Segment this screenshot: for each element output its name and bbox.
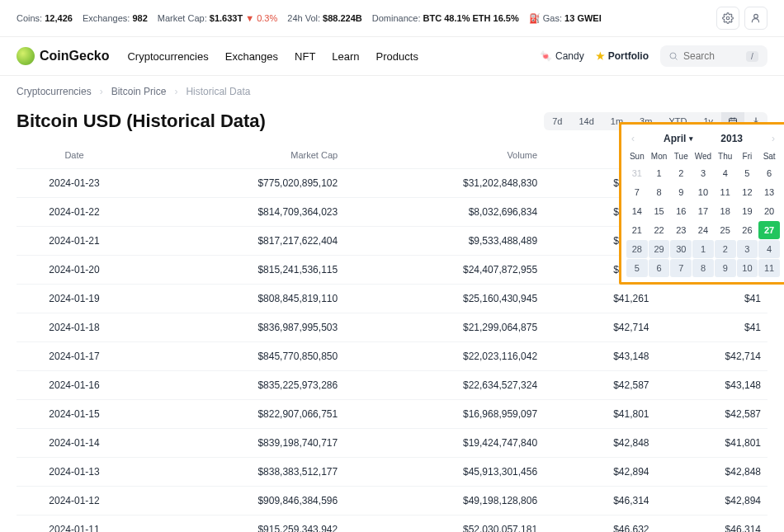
day-14[interactable]: 14 xyxy=(626,202,648,220)
nav-link-learn[interactable]: Learn xyxy=(332,50,359,63)
year-label[interactable]: 2013 xyxy=(720,133,743,144)
cell-vol: $21,299,064,875 xyxy=(344,313,544,342)
day-18[interactable]: 18 xyxy=(715,202,736,220)
day-28[interactable]: 28 xyxy=(626,240,648,258)
day-23[interactable]: 23 xyxy=(670,221,692,239)
dow-thu: Thu xyxy=(715,149,736,163)
day-26[interactable]: 26 xyxy=(737,221,758,239)
day-27[interactable]: 27 xyxy=(758,221,780,239)
dow-wed: Wed xyxy=(692,149,714,163)
day-31[interactable]: 31 xyxy=(626,164,648,182)
day-21[interactable]: 21 xyxy=(626,221,648,239)
svg-line-3 xyxy=(675,58,677,59)
svg-point-0 xyxy=(726,16,730,20)
day-13[interactable]: 13 xyxy=(758,183,780,201)
portfolio-link[interactable]: ★Portfolio xyxy=(596,50,649,62)
slash-hint: / xyxy=(746,51,758,62)
dow-tue: Tue xyxy=(670,149,692,163)
dow-sun: Sun xyxy=(626,149,648,163)
exchanges-label: Exchanges: xyxy=(83,13,130,23)
day-4[interactable]: 4 xyxy=(758,240,780,258)
day-2[interactable]: 2 xyxy=(670,164,692,182)
day-7[interactable]: 7 xyxy=(626,183,648,201)
cell-mcap: $822,907,066,751 xyxy=(132,400,344,429)
day-4[interactable]: 4 xyxy=(715,164,736,182)
day-5[interactable]: 5 xyxy=(626,259,648,277)
breadcrumb-bitcoin-price[interactable]: Bitcoin Price xyxy=(111,86,167,97)
day-6[interactable]: 6 xyxy=(758,164,780,182)
coins-value: 12,426 xyxy=(45,13,73,23)
day-20[interactable]: 20 xyxy=(758,202,780,220)
table-row: 2024-01-12$909,846,384,596$49,198,128,80… xyxy=(17,487,767,516)
vol-label: 24h Vol: xyxy=(287,13,320,23)
cell-vol: $45,913,301,456 xyxy=(344,458,544,487)
day-19[interactable]: 19 xyxy=(737,202,758,220)
cell-mcap: $835,225,973,286 xyxy=(132,371,344,400)
day-1[interactable]: 1 xyxy=(649,164,670,182)
cell-vol: $22,634,527,324 xyxy=(344,371,544,400)
page-title: Bitcoin USD (Historical Data) xyxy=(17,111,266,132)
search-input[interactable] xyxy=(683,50,741,62)
range-7d[interactable]: 7d xyxy=(544,112,570,130)
cell-date: 2024-01-20 xyxy=(17,256,132,285)
day-6[interactable]: 6 xyxy=(649,259,670,277)
dow-mon: Mon xyxy=(649,149,670,163)
day-8[interactable]: 8 xyxy=(692,259,714,277)
nav-link-nft[interactable]: NFT xyxy=(295,50,315,63)
day-10[interactable]: 10 xyxy=(692,183,714,201)
cell-date: 2024-01-19 xyxy=(17,285,132,313)
day-5[interactable]: 5 xyxy=(737,164,758,182)
day-3[interactable]: 3 xyxy=(692,164,714,182)
cell-open: $46,314 xyxy=(544,487,655,516)
table-row: 2024-01-15$822,907,066,751$16,968,959,09… xyxy=(17,400,767,429)
day-1[interactable]: 1 xyxy=(692,240,714,258)
candy-link[interactable]: 🍬Candy xyxy=(540,50,584,62)
nav-link-products[interactable]: Products xyxy=(376,50,418,63)
cell-open: $41,261 xyxy=(544,285,655,313)
day-17[interactable]: 17 xyxy=(692,202,714,220)
day-2[interactable]: 2 xyxy=(715,240,736,258)
day-8[interactable]: 8 xyxy=(649,183,670,201)
cell-date: 2024-01-17 xyxy=(17,342,132,371)
settings-button[interactable] xyxy=(716,7,739,30)
day-25[interactable]: 25 xyxy=(715,221,736,239)
day-16[interactable]: 16 xyxy=(670,202,692,220)
day-7[interactable]: 7 xyxy=(670,259,692,277)
nav-link-cryptocurrencies[interactable]: Cryptocurrencies xyxy=(127,50,208,63)
day-30[interactable]: 30 xyxy=(670,240,692,258)
day-24[interactable]: 24 xyxy=(692,221,714,239)
nav-link-exchanges[interactable]: Exchanges xyxy=(225,50,278,63)
account-button[interactable] xyxy=(744,7,767,30)
cell-date: 2024-01-22 xyxy=(17,198,132,227)
next-month-button[interactable]: › xyxy=(770,133,777,144)
gas-label: Gas: xyxy=(543,13,562,23)
cell-close: $42,587 xyxy=(656,400,767,429)
logo[interactable]: CoinGecko xyxy=(17,47,109,65)
search-box[interactable]: / xyxy=(660,45,767,67)
range-14d[interactable]: 14d xyxy=(570,112,602,130)
cell-vol: $22,023,116,042 xyxy=(344,342,544,371)
table-row: 2024-01-14$839,198,740,717$19,424,747,84… xyxy=(17,429,767,458)
day-9[interactable]: 9 xyxy=(715,259,736,277)
day-12[interactable]: 12 xyxy=(737,183,758,201)
day-15[interactable]: 15 xyxy=(649,202,670,220)
day-3[interactable]: 3 xyxy=(737,240,758,258)
day-11[interactable]: 11 xyxy=(715,183,736,201)
day-9[interactable]: 9 xyxy=(670,183,692,201)
prev-month-button[interactable]: ‹ xyxy=(630,133,636,144)
mcap-value: $1.633T xyxy=(210,13,243,23)
dominance-label: Dominance: xyxy=(372,13,421,23)
day-10[interactable]: 10 xyxy=(737,259,758,277)
breadcrumb-cryptocurrencies[interactable]: Cryptocurrencies xyxy=(17,86,92,97)
cell-vol: $24,407,872,955 xyxy=(344,256,544,285)
cell-close: $42,848 xyxy=(656,458,767,487)
day-11[interactable]: 11 xyxy=(758,259,780,277)
day-22[interactable]: 22 xyxy=(649,221,670,239)
dow-sat: Sat xyxy=(758,149,780,163)
cell-mcap: $814,709,364,023 xyxy=(132,198,344,227)
month-selector[interactable]: April ▾ xyxy=(664,133,693,144)
day-29[interactable]: 29 xyxy=(649,240,670,258)
col-date: Date xyxy=(17,142,132,169)
cell-open: $42,848 xyxy=(544,429,655,458)
cell-mcap: $845,770,850,850 xyxy=(132,342,344,371)
